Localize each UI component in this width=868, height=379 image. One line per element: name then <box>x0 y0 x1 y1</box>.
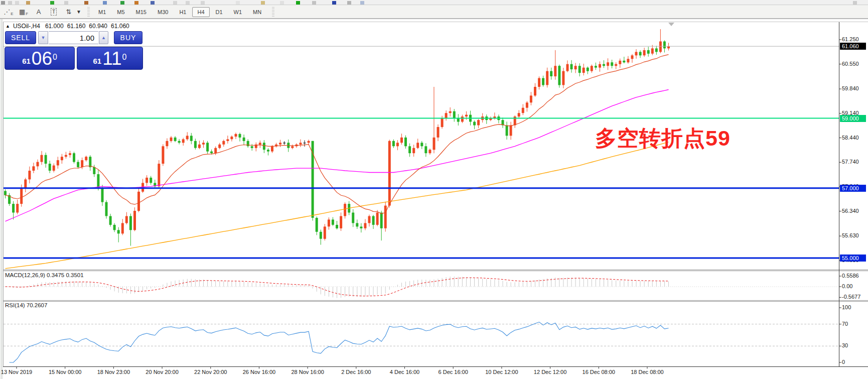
volume-decrease-button[interactable]: ▼ <box>38 31 48 44</box>
low-value: 60.940 <box>89 23 107 30</box>
volume-increase-button[interactable]: ▲ <box>99 31 108 44</box>
rsi-tick-label: 100 <box>842 304 867 310</box>
time-tick-label: 6 Dec 16:00 <box>439 369 468 375</box>
sell-price-button[interactable]: 61 06 0 <box>5 47 75 70</box>
price-tick-label: 56.340 <box>842 208 867 214</box>
time-tick-label: 13 Nov 2019 <box>1 369 32 375</box>
price-tick-label: 59.840 <box>842 85 867 91</box>
buy-price-button[interactable]: 61 11 0 <box>77 47 143 70</box>
time-tick-label: 28 Nov 16:00 <box>291 369 324 375</box>
time-tick-label: 22 Nov 20:00 <box>194 369 227 375</box>
time-tick-label: 18 Nov 23:00 <box>97 369 130 375</box>
time-tick-label: 16 Dec 08:00 <box>583 369 615 375</box>
buy-pipette: 0 <box>122 47 127 67</box>
price-tick-label: 55.630 <box>842 232 867 238</box>
price-badge: 61.060 <box>840 43 866 50</box>
price-tick-label: 60.550 <box>842 61 867 67</box>
close-value: 61.060 <box>111 23 129 30</box>
open-value: 61.000 <box>45 23 64 30</box>
sell-big-figure: 61 <box>22 56 31 67</box>
buy-big-figure: 61 <box>93 56 101 67</box>
rsi-tick-label: 70 <box>842 321 867 327</box>
price-tick-label: 57.740 <box>842 159 867 165</box>
time-tick-label: 10 Dec 12:00 <box>485 369 518 375</box>
buy-button[interactable]: BUY <box>114 31 142 44</box>
high-value: 61.160 <box>67 23 86 30</box>
time-tick-label: 20 Nov 20:00 <box>146 369 178 375</box>
macd-tick-label: 0.5586 <box>842 273 867 279</box>
symbol-period-label: USOil-,H4 <box>13 23 40 30</box>
time-tick-label: 12 Dec 12:00 <box>534 369 566 375</box>
time-tick-label: 26 Nov 16:00 <box>243 369 275 375</box>
sell-pips: 06 <box>32 50 52 67</box>
price-badge: 55.000 <box>840 255 866 262</box>
time-tick-label: 15 Nov 00:00 <box>49 369 81 375</box>
price-tick-label: 58.440 <box>842 135 867 141</box>
time-tick-label: 18 Dec 08:00 <box>631 369 663 375</box>
one-click-trading-panel: SELL ▼ ▲ BUY 61 06 0 61 11 0 <box>4 31 143 71</box>
price-badge: 59.000 <box>840 115 866 122</box>
macd-tick-label: 0.00 <box>842 283 867 289</box>
buy-pips: 11 <box>102 50 121 67</box>
mt4-window: ⋰E▦FAT⇅ ▼ M1M5M15M30H1H4D1W1MN ▲ USOil-,… <box>0 0 868 379</box>
sell-pipette: 0 <box>53 47 57 67</box>
chart-text-annotation: 多空转折点59 <box>595 124 731 153</box>
rsi-tick-label: 30 <box>842 342 867 348</box>
rsi-tick-label: 0 <box>842 359 867 365</box>
price-tick-label: 61.250 <box>842 36 867 42</box>
sell-button[interactable]: SELL <box>5 31 36 44</box>
macd-indicator-label: MACD(12,26,9) 0.3475 0.3501 <box>5 272 84 278</box>
rsi-indicator-label: RSI(14) 70.2607 <box>5 302 47 308</box>
macd-tick-label: -0.5677 <box>842 294 867 300</box>
collapse-arrow-icon[interactable]: ▲ <box>6 24 10 29</box>
chart-title: ▲ USOil-,H4 61.000 61.160 60.940 61.060 <box>6 23 133 30</box>
time-tick-label: 2 Dec 16:00 <box>341 369 371 375</box>
price-badge: 57.000 <box>840 185 866 192</box>
volume-input[interactable] <box>49 31 98 44</box>
time-tick-label: 4 Dec 16:00 <box>390 369 419 375</box>
